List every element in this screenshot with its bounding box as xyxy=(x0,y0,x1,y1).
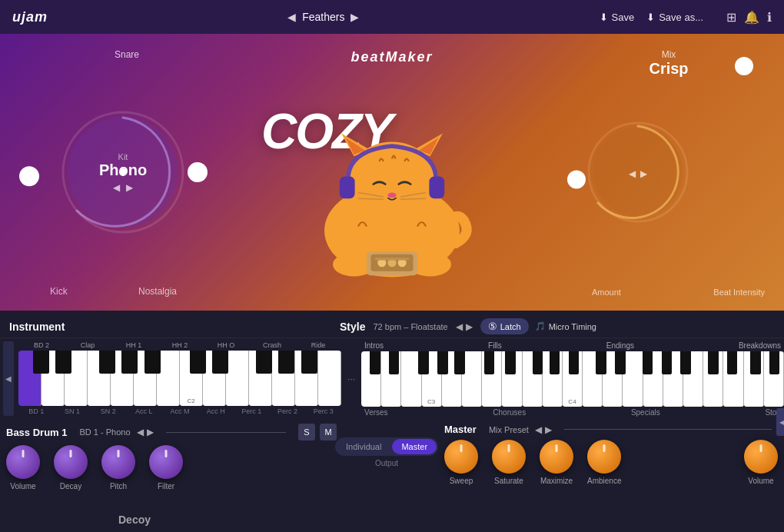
master-header: Master Mix Preset ◀ ▶ xyxy=(444,424,778,435)
save-button[interactable]: ⬇ Save xyxy=(600,12,635,23)
style-key-2[interactable] xyxy=(381,351,401,407)
top-actions: ⬇ Save ⬇ Save as... xyxy=(600,12,703,23)
style-key-10[interactable] xyxy=(543,351,563,407)
volume-knob[interactable] xyxy=(6,445,40,479)
master-button[interactable]: Master xyxy=(392,439,437,454)
piano-key-c[interactable] xyxy=(18,351,42,406)
sweep-knob[interactable] xyxy=(444,440,478,474)
piano-key-e[interactable] xyxy=(65,351,88,406)
style-prev-arrow[interactable]: ◀ xyxy=(456,321,463,332)
mix-next-arrow[interactable]: ▶ xyxy=(640,168,647,179)
bd-slider[interactable] xyxy=(166,432,286,433)
master-next-arrow[interactable]: ▶ xyxy=(545,424,552,435)
piano-key-a[interactable] xyxy=(134,351,157,406)
piano-key-e2[interactable] xyxy=(226,351,249,406)
decay-knob-item: Decay xyxy=(54,445,88,490)
saturate-label: Saturate xyxy=(494,477,523,485)
style-key-7[interactable] xyxy=(482,351,502,407)
style-key-c4[interactable]: C4 xyxy=(563,351,583,407)
style-key-21[interactable] xyxy=(764,351,784,407)
style-key-6[interactable] xyxy=(462,351,482,407)
master-prev-arrow[interactable]: ◀ xyxy=(535,424,542,435)
top-right-knob[interactable] xyxy=(735,57,753,75)
style-key-8[interactable] xyxy=(502,351,522,407)
instrument-piano[interactable]: C2 xyxy=(18,351,341,406)
bell-icon[interactable]: 🔔 xyxy=(744,10,759,25)
piano-key-c2[interactable]: C2 xyxy=(180,351,203,406)
maximize-knob-item: Maximize xyxy=(540,440,573,485)
ambience-knob[interactable] xyxy=(587,440,621,474)
master-volume-label: Volume xyxy=(748,477,773,485)
maximize-knob[interactable] xyxy=(540,440,573,474)
piano-key-a2[interactable] xyxy=(295,351,318,406)
micro-timing-button[interactable]: 🎵 Micro Timing xyxy=(535,321,596,331)
saturate-knob[interactable] xyxy=(492,440,526,474)
piano-key-g2[interactable] xyxy=(272,351,295,406)
keyboards-section: ◀ BD 2 Clap HH 1 HH 2 HH O Crash Ride xyxy=(0,338,784,419)
mix-ring-knob[interactable]: ◀ ▶ xyxy=(584,118,692,226)
preset-next-arrow[interactable]: ▶ xyxy=(350,11,359,23)
kit-prev-arrow[interactable]: ◀ xyxy=(113,182,120,193)
style-key-5[interactable] xyxy=(442,351,462,407)
save-as-button[interactable]: ⬇ Save as... xyxy=(646,12,703,23)
piano-key-g[interactable] xyxy=(111,351,134,406)
style-next-arrow[interactable]: ▶ xyxy=(466,321,473,332)
style-key-18[interactable] xyxy=(703,351,723,407)
style-key-1[interactable] xyxy=(361,351,381,407)
preset-prev-arrow[interactable]: ◀ xyxy=(287,11,296,23)
master-slider[interactable] xyxy=(564,429,772,430)
svg-rect-20 xyxy=(375,258,409,260)
c4-note-label: C4 xyxy=(568,398,576,405)
style-key-16[interactable] xyxy=(663,351,683,407)
ambience-label: Ambience xyxy=(587,477,621,485)
style-key-14[interactable] xyxy=(623,351,643,407)
style-key-15[interactable] xyxy=(643,351,663,407)
kit-ring-knob[interactable]: Kit Phono ◀ ▶ xyxy=(58,107,188,238)
svg-rect-11 xyxy=(340,177,355,199)
bd-next-arrow[interactable]: ▶ xyxy=(147,427,154,437)
style-key-20[interactable] xyxy=(744,351,764,407)
piano-key-b2[interactable] xyxy=(318,351,341,406)
piano-key-d[interactable] xyxy=(42,351,65,406)
style-key-12[interactable] xyxy=(583,351,603,407)
keyboard-scroll-right[interactable]: ◀ xyxy=(776,408,784,436)
intros-label: Intros xyxy=(364,341,384,350)
mix-prev-arrow[interactable]: ◀ xyxy=(629,168,636,179)
info-icon[interactable]: ℹ xyxy=(767,10,772,25)
kit-next-arrow[interactable]: ▶ xyxy=(126,182,133,193)
latch-button[interactable]: ⑤ Latch xyxy=(480,318,529,334)
beatmaker-logo: beatMaker xyxy=(350,49,433,65)
style-key-c3[interactable]: C3 xyxy=(422,351,442,407)
sweep-label: Sweep xyxy=(450,477,473,485)
output-toggle: Individual Master xyxy=(335,437,438,456)
decay-knob[interactable] xyxy=(54,445,88,479)
verses-label: Verses xyxy=(364,408,388,417)
style-key-9[interactable] xyxy=(523,351,543,407)
bd-prev-arrow[interactable]: ◀ xyxy=(137,427,144,437)
piano-key-f[interactable] xyxy=(88,351,111,406)
piano-key-b[interactable] xyxy=(157,351,180,406)
style-piano[interactable]: C3 C4 xyxy=(361,351,784,407)
grid-icon[interactable]: ⊞ xyxy=(726,10,736,25)
kick-knob[interactable] xyxy=(19,166,39,186)
svg-rect-12 xyxy=(429,177,444,199)
mix-left-knob[interactable] xyxy=(567,171,586,189)
keyboard-scroll-left[interactable]: ◀ xyxy=(3,341,14,416)
piano-key-f2[interactable] xyxy=(249,351,272,406)
beatmaker-label: beat xyxy=(350,49,385,65)
style-key-3[interactable] xyxy=(401,351,421,407)
panel-header-row: Instrument Style 72 bpm – Floatstate ◀ ▶… xyxy=(0,311,784,338)
solo-button[interactable]: S xyxy=(298,424,315,441)
choruses-label: Choruses xyxy=(493,408,526,417)
style-key-13[interactable] xyxy=(603,351,623,407)
master-volume-knob[interactable] xyxy=(744,440,778,474)
piano-key-d2[interactable] xyxy=(203,351,226,406)
mute-button[interactable]: M xyxy=(320,424,337,441)
perc2-label: Perc 2 xyxy=(270,407,306,415)
snare-knob[interactable] xyxy=(188,162,208,182)
individual-button[interactable]: Individual xyxy=(337,439,390,454)
micro-timing-icon: 🎵 xyxy=(535,321,546,331)
style-key-19[interactable] xyxy=(723,351,743,407)
bd2-label: BD 2 xyxy=(18,341,65,349)
style-key-17[interactable] xyxy=(683,351,703,407)
